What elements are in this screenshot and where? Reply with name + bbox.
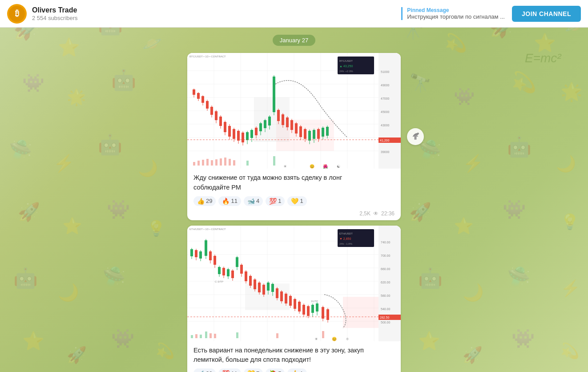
avatar-letter: ₿ bbox=[9, 6, 25, 22]
svg-rect-118 bbox=[290, 120, 293, 130]
svg-text:620.00: 620.00 bbox=[381, 281, 391, 284]
svg-rect-142 bbox=[224, 158, 226, 166]
pinned-text: Инструкция торговли по сигналам ... bbox=[407, 13, 505, 20]
forward-button-1[interactable] bbox=[407, 128, 424, 145]
reaction-emoji: 👍 bbox=[291, 370, 298, 372]
channel-subscribers: 2 554 subscribers bbox=[32, 15, 401, 21]
svg-rect-222 bbox=[271, 284, 274, 292]
pinned-message[interactable]: Pinned Message Инструкция торговли по си… bbox=[401, 7, 505, 20]
message-meta-1: 2,5K 👁 22:36 bbox=[187, 210, 401, 220]
svg-text:▲ 43,250: ▲ 43,250 bbox=[339, 65, 353, 68]
date-label: January 27 bbox=[273, 35, 315, 46]
svg-rect-226 bbox=[280, 291, 283, 301]
reaction-fire[interactable]: 🔥 11 bbox=[218, 196, 241, 206]
svg-rect-242 bbox=[316, 303, 318, 311]
svg-text:BTC/USDT • 1D • CONTRACT: BTC/USDT • 1D • CONTRACT bbox=[189, 55, 226, 58]
reaction-emoji: 🐋 bbox=[197, 370, 205, 372]
eye-icon: 👁 bbox=[373, 210, 379, 217]
svg-text:😊: 😊 bbox=[310, 164, 315, 169]
message-bubble-1: 51000 49000 47000 45000 43000 41000 3900… bbox=[187, 53, 401, 220]
svg-rect-144 bbox=[233, 160, 235, 166]
svg-rect-139 bbox=[211, 160, 213, 166]
svg-rect-140 bbox=[215, 159, 217, 166]
svg-rect-198 bbox=[218, 267, 221, 274]
reaction-whale[interactable]: 🐋 4 bbox=[244, 196, 263, 206]
svg-text:49000: 49000 bbox=[381, 84, 390, 87]
svg-rect-122 bbox=[299, 126, 302, 137]
join-channel-button[interactable]: JOIN CHANNEL bbox=[512, 6, 581, 22]
svg-rect-141 bbox=[220, 158, 222, 166]
reaction-100-2[interactable]: 💯 11 bbox=[218, 368, 241, 372]
reaction-strawberry[interactable]: 🍓 5 bbox=[266, 368, 285, 372]
reaction-count: 39 bbox=[206, 370, 212, 372]
svg-text:41,200: 41,200 bbox=[380, 139, 390, 142]
svg-rect-128 bbox=[313, 130, 315, 139]
message-body-1: Жду снижение от туда можно взять сделку … bbox=[187, 169, 401, 210]
svg-rect-98 bbox=[246, 132, 249, 140]
svg-text:ETH/USDT: ETH/USDT bbox=[339, 232, 353, 235]
svg-text:580.00: 580.00 bbox=[381, 294, 391, 297]
chart-image-2[interactable]: 740.00 700.00 660.00 620.00 580.00 540.0… bbox=[187, 226, 401, 341]
content-area: January 27 bbox=[0, 28, 588, 372]
svg-rect-138 bbox=[206, 159, 209, 166]
svg-rect-193 bbox=[209, 251, 212, 260]
svg-rect-256 bbox=[322, 331, 324, 338]
svg-rect-216 bbox=[258, 283, 261, 292]
svg-rect-124 bbox=[304, 129, 306, 139]
svg-rect-100 bbox=[250, 130, 253, 138]
message-time-1: 22:36 bbox=[381, 210, 395, 217]
svg-rect-218 bbox=[262, 285, 265, 295]
svg-rect-86 bbox=[219, 117, 222, 126]
svg-rect-145 bbox=[246, 161, 249, 166]
svg-rect-236 bbox=[302, 305, 305, 315]
view-count-1: 2,5K bbox=[359, 210, 371, 217]
reaction-100[interactable]: 💯 1 bbox=[266, 196, 285, 206]
reaction-count: 1 bbox=[278, 198, 281, 204]
svg-rect-252 bbox=[209, 333, 212, 338]
reaction-emoji: 🍓 bbox=[269, 370, 277, 372]
svg-rect-255 bbox=[276, 333, 278, 338]
message-body-2: Есть вариант на понедельник снижение в э… bbox=[187, 341, 401, 372]
svg-text:700.00: 700.00 bbox=[381, 254, 391, 257]
svg-rect-232 bbox=[294, 299, 296, 309]
svg-text:45000: 45000 bbox=[381, 110, 390, 113]
svg-rect-208 bbox=[240, 265, 243, 274]
svg-rect-80 bbox=[206, 101, 209, 109]
svg-rect-212 bbox=[249, 276, 252, 286]
reaction-whale-2[interactable]: 🐋 39 bbox=[193, 368, 216, 372]
svg-rect-108 bbox=[268, 117, 271, 125]
reaction-emoji: 👍 bbox=[197, 198, 205, 205]
svg-rect-116 bbox=[286, 117, 289, 127]
svg-rect-249 bbox=[195, 334, 197, 338]
svg-rect-94 bbox=[237, 131, 240, 141]
svg-rect-230 bbox=[289, 296, 292, 306]
reaction-thumbsup[interactable]: 👍 29 bbox=[193, 196, 216, 206]
svg-rect-102 bbox=[255, 128, 258, 135]
svg-rect-254 bbox=[236, 332, 238, 338]
pinned-label: Pinned Message bbox=[407, 7, 505, 13]
svg-rect-206 bbox=[236, 257, 238, 267]
svg-rect-200 bbox=[222, 268, 225, 275]
reaction-count: 7 bbox=[256, 370, 259, 372]
reaction-heart[interactable]: 💛 1 bbox=[287, 196, 306, 206]
svg-rect-210 bbox=[245, 271, 247, 281]
svg-text:47000: 47000 bbox=[381, 97, 390, 100]
svg-rect-185 bbox=[190, 249, 193, 256]
reaction-heart-2[interactable]: 💛 7 bbox=[244, 368, 263, 372]
svg-rect-204 bbox=[231, 271, 234, 278]
reaction-thumbsup-2[interactable]: 👍 1 bbox=[287, 368, 306, 372]
svg-rect-126 bbox=[308, 131, 311, 141]
reaction-emoji: 🐋 bbox=[247, 198, 255, 205]
svg-rect-78 bbox=[201, 96, 204, 103]
svg-text:24h: +2.3%: 24h: +2.3% bbox=[339, 70, 353, 73]
svg-rect-112 bbox=[277, 110, 280, 121]
reaction-count: 5 bbox=[278, 370, 281, 372]
svg-rect-189 bbox=[199, 251, 202, 259]
channel-info: Olivers Trade 2 554 subscribers bbox=[32, 6, 401, 21]
svg-rect-195 bbox=[213, 256, 216, 265]
svg-rect-250 bbox=[200, 335, 202, 338]
svg-rect-74 bbox=[193, 89, 195, 95]
message-text-2: Есть вариант на понедельник снижение в э… bbox=[193, 346, 395, 365]
chart-image-1[interactable]: 51000 49000 47000 45000 43000 41000 3900… bbox=[187, 53, 401, 169]
svg-rect-202 bbox=[227, 269, 230, 276]
